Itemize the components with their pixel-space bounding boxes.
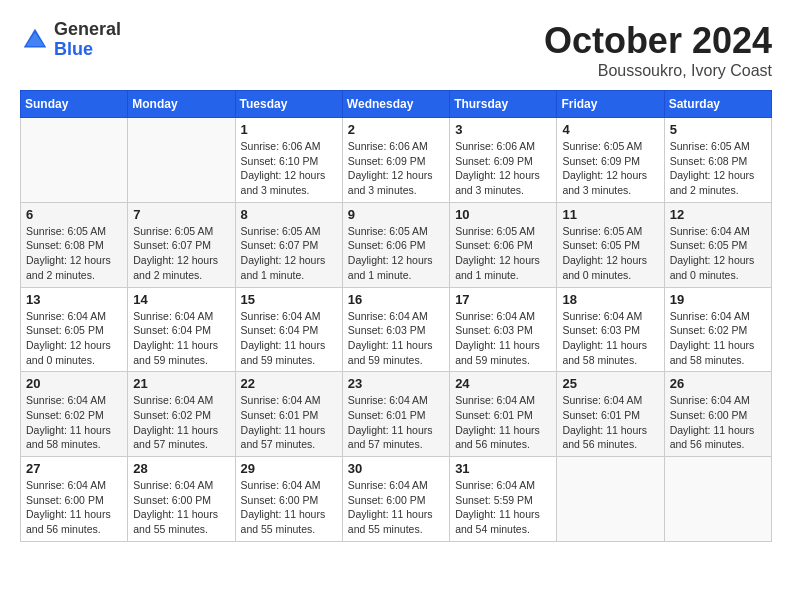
day-number: 5 bbox=[670, 122, 766, 137]
day-info: Sunrise: 6:05 AM Sunset: 6:06 PM Dayligh… bbox=[455, 224, 551, 283]
logo: General Blue bbox=[20, 20, 121, 60]
day-number: 21 bbox=[133, 376, 229, 391]
calendar-cell: 28Sunrise: 6:04 AM Sunset: 6:00 PM Dayli… bbox=[128, 457, 235, 542]
day-info: Sunrise: 6:04 AM Sunset: 6:01 PM Dayligh… bbox=[348, 393, 444, 452]
day-info: Sunrise: 6:04 AM Sunset: 6:03 PM Dayligh… bbox=[348, 309, 444, 368]
weekday-header-wednesday: Wednesday bbox=[342, 91, 449, 118]
day-info: Sunrise: 6:04 AM Sunset: 6:02 PM Dayligh… bbox=[133, 393, 229, 452]
calendar-cell: 2Sunrise: 6:06 AM Sunset: 6:09 PM Daylig… bbox=[342, 118, 449, 203]
calendar-week-row: 6Sunrise: 6:05 AM Sunset: 6:08 PM Daylig… bbox=[21, 202, 772, 287]
page-header: General Blue October 2024 Boussoukro, Iv… bbox=[20, 20, 772, 80]
calendar-cell: 21Sunrise: 6:04 AM Sunset: 6:02 PM Dayli… bbox=[128, 372, 235, 457]
day-number: 30 bbox=[348, 461, 444, 476]
day-info: Sunrise: 6:04 AM Sunset: 6:05 PM Dayligh… bbox=[670, 224, 766, 283]
logo-text: General Blue bbox=[54, 20, 121, 60]
day-info: Sunrise: 6:06 AM Sunset: 6:09 PM Dayligh… bbox=[455, 139, 551, 198]
day-number: 15 bbox=[241, 292, 337, 307]
calendar-cell: 16Sunrise: 6:04 AM Sunset: 6:03 PM Dayli… bbox=[342, 287, 449, 372]
day-number: 23 bbox=[348, 376, 444, 391]
day-info: Sunrise: 6:04 AM Sunset: 6:01 PM Dayligh… bbox=[241, 393, 337, 452]
day-number: 19 bbox=[670, 292, 766, 307]
calendar-cell bbox=[128, 118, 235, 203]
day-info: Sunrise: 6:06 AM Sunset: 6:10 PM Dayligh… bbox=[241, 139, 337, 198]
day-info: Sunrise: 6:04 AM Sunset: 6:04 PM Dayligh… bbox=[241, 309, 337, 368]
calendar-cell bbox=[21, 118, 128, 203]
calendar-cell: 29Sunrise: 6:04 AM Sunset: 6:00 PM Dayli… bbox=[235, 457, 342, 542]
day-info: Sunrise: 6:05 AM Sunset: 6:07 PM Dayligh… bbox=[241, 224, 337, 283]
calendar-cell bbox=[664, 457, 771, 542]
day-number: 17 bbox=[455, 292, 551, 307]
day-info: Sunrise: 6:04 AM Sunset: 6:00 PM Dayligh… bbox=[26, 478, 122, 537]
day-info: Sunrise: 6:04 AM Sunset: 6:01 PM Dayligh… bbox=[562, 393, 658, 452]
calendar-cell: 25Sunrise: 6:04 AM Sunset: 6:01 PM Dayli… bbox=[557, 372, 664, 457]
day-info: Sunrise: 6:04 AM Sunset: 6:02 PM Dayligh… bbox=[670, 309, 766, 368]
calendar-cell: 3Sunrise: 6:06 AM Sunset: 6:09 PM Daylig… bbox=[450, 118, 557, 203]
day-info: Sunrise: 6:04 AM Sunset: 6:03 PM Dayligh… bbox=[562, 309, 658, 368]
calendar-cell: 15Sunrise: 6:04 AM Sunset: 6:04 PM Dayli… bbox=[235, 287, 342, 372]
weekday-header-saturday: Saturday bbox=[664, 91, 771, 118]
day-number: 4 bbox=[562, 122, 658, 137]
day-number: 24 bbox=[455, 376, 551, 391]
calendar-cell: 19Sunrise: 6:04 AM Sunset: 6:02 PM Dayli… bbox=[664, 287, 771, 372]
calendar-week-row: 1Sunrise: 6:06 AM Sunset: 6:10 PM Daylig… bbox=[21, 118, 772, 203]
calendar-cell: 20Sunrise: 6:04 AM Sunset: 6:02 PM Dayli… bbox=[21, 372, 128, 457]
day-info: Sunrise: 6:04 AM Sunset: 6:00 PM Dayligh… bbox=[348, 478, 444, 537]
calendar-week-row: 13Sunrise: 6:04 AM Sunset: 6:05 PM Dayli… bbox=[21, 287, 772, 372]
calendar-cell: 12Sunrise: 6:04 AM Sunset: 6:05 PM Dayli… bbox=[664, 202, 771, 287]
calendar-cell: 14Sunrise: 6:04 AM Sunset: 6:04 PM Dayli… bbox=[128, 287, 235, 372]
calendar-cell: 18Sunrise: 6:04 AM Sunset: 6:03 PM Dayli… bbox=[557, 287, 664, 372]
calendar-cell: 31Sunrise: 6:04 AM Sunset: 5:59 PM Dayli… bbox=[450, 457, 557, 542]
calendar-week-row: 27Sunrise: 6:04 AM Sunset: 6:00 PM Dayli… bbox=[21, 457, 772, 542]
calendar-cell: 11Sunrise: 6:05 AM Sunset: 6:05 PM Dayli… bbox=[557, 202, 664, 287]
calendar-cell: 27Sunrise: 6:04 AM Sunset: 6:00 PM Dayli… bbox=[21, 457, 128, 542]
calendar-cell: 1Sunrise: 6:06 AM Sunset: 6:10 PM Daylig… bbox=[235, 118, 342, 203]
day-number: 14 bbox=[133, 292, 229, 307]
location-subtitle: Boussoukro, Ivory Coast bbox=[544, 62, 772, 80]
day-number: 31 bbox=[455, 461, 551, 476]
day-number: 7 bbox=[133, 207, 229, 222]
day-number: 13 bbox=[26, 292, 122, 307]
logo-general: General bbox=[54, 20, 121, 40]
day-info: Sunrise: 6:04 AM Sunset: 6:02 PM Dayligh… bbox=[26, 393, 122, 452]
day-number: 3 bbox=[455, 122, 551, 137]
day-number: 18 bbox=[562, 292, 658, 307]
weekday-header-thursday: Thursday bbox=[450, 91, 557, 118]
day-number: 8 bbox=[241, 207, 337, 222]
day-info: Sunrise: 6:04 AM Sunset: 6:04 PM Dayligh… bbox=[133, 309, 229, 368]
day-info: Sunrise: 6:04 AM Sunset: 6:01 PM Dayligh… bbox=[455, 393, 551, 452]
day-info: Sunrise: 6:05 AM Sunset: 6:08 PM Dayligh… bbox=[670, 139, 766, 198]
calendar-cell: 30Sunrise: 6:04 AM Sunset: 6:00 PM Dayli… bbox=[342, 457, 449, 542]
logo-icon bbox=[20, 25, 50, 55]
day-number: 16 bbox=[348, 292, 444, 307]
calendar-cell bbox=[557, 457, 664, 542]
calendar-cell: 13Sunrise: 6:04 AM Sunset: 6:05 PM Dayli… bbox=[21, 287, 128, 372]
day-info: Sunrise: 6:04 AM Sunset: 6:03 PM Dayligh… bbox=[455, 309, 551, 368]
day-info: Sunrise: 6:04 AM Sunset: 6:00 PM Dayligh… bbox=[670, 393, 766, 452]
day-info: Sunrise: 6:05 AM Sunset: 6:07 PM Dayligh… bbox=[133, 224, 229, 283]
day-info: Sunrise: 6:04 AM Sunset: 5:59 PM Dayligh… bbox=[455, 478, 551, 537]
day-number: 27 bbox=[26, 461, 122, 476]
calendar-table: SundayMondayTuesdayWednesdayThursdayFrid… bbox=[20, 90, 772, 542]
calendar-cell: 22Sunrise: 6:04 AM Sunset: 6:01 PM Dayli… bbox=[235, 372, 342, 457]
weekday-header-friday: Friday bbox=[557, 91, 664, 118]
day-number: 6 bbox=[26, 207, 122, 222]
day-number: 12 bbox=[670, 207, 766, 222]
day-info: Sunrise: 6:05 AM Sunset: 6:06 PM Dayligh… bbox=[348, 224, 444, 283]
calendar-cell: 26Sunrise: 6:04 AM Sunset: 6:00 PM Dayli… bbox=[664, 372, 771, 457]
calendar-cell: 10Sunrise: 6:05 AM Sunset: 6:06 PM Dayli… bbox=[450, 202, 557, 287]
day-info: Sunrise: 6:06 AM Sunset: 6:09 PM Dayligh… bbox=[348, 139, 444, 198]
day-info: Sunrise: 6:05 AM Sunset: 6:05 PM Dayligh… bbox=[562, 224, 658, 283]
calendar-cell: 17Sunrise: 6:04 AM Sunset: 6:03 PM Dayli… bbox=[450, 287, 557, 372]
calendar-cell: 6Sunrise: 6:05 AM Sunset: 6:08 PM Daylig… bbox=[21, 202, 128, 287]
calendar-cell: 8Sunrise: 6:05 AM Sunset: 6:07 PM Daylig… bbox=[235, 202, 342, 287]
day-number: 26 bbox=[670, 376, 766, 391]
weekday-header-sunday: Sunday bbox=[21, 91, 128, 118]
calendar-week-row: 20Sunrise: 6:04 AM Sunset: 6:02 PM Dayli… bbox=[21, 372, 772, 457]
weekday-header-row: SundayMondayTuesdayWednesdayThursdayFrid… bbox=[21, 91, 772, 118]
day-number: 10 bbox=[455, 207, 551, 222]
weekday-header-tuesday: Tuesday bbox=[235, 91, 342, 118]
logo-blue: Blue bbox=[54, 40, 121, 60]
calendar-cell: 24Sunrise: 6:04 AM Sunset: 6:01 PM Dayli… bbox=[450, 372, 557, 457]
calendar-cell: 5Sunrise: 6:05 AM Sunset: 6:08 PM Daylig… bbox=[664, 118, 771, 203]
day-number: 2 bbox=[348, 122, 444, 137]
